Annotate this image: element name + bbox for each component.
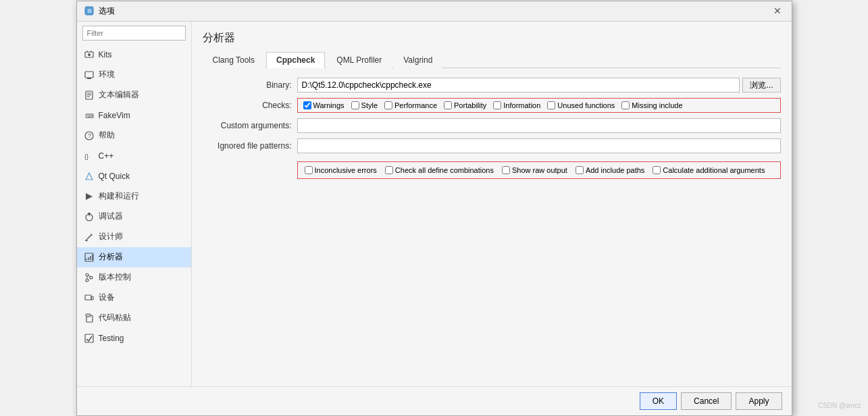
sidebar-item-label-help: 帮助 — [99, 130, 115, 141]
svg-text:?: ? — [88, 132, 91, 139]
check-information[interactable]: Information — [493, 101, 540, 109]
sidebar-item-label-build-run: 构建和运行 — [99, 190, 139, 202]
check-define-combos-input[interactable] — [385, 166, 393, 174]
sidebar-item-devices[interactable]: 设备 — [77, 288, 191, 308]
ignored-patterns-row: Ignored file patterns: — [203, 138, 781, 153]
check-warnings[interactable]: Warnings — [303, 101, 344, 109]
sidebar-item-designer[interactable]: 设计师 — [77, 227, 191, 247]
svg-line-33 — [88, 276, 90, 277]
svg-rect-34 — [85, 295, 91, 300]
check-portability[interactable]: Portability — [444, 101, 486, 109]
sidebar-item-label-text-editor: 文本编辑器 — [99, 89, 139, 101]
env-icon — [84, 70, 95, 80]
sidebar-item-kits[interactable]: Kits — [77, 45, 191, 65]
check-define-combos[interactable]: Check all define combinations — [385, 166, 494, 174]
sidebar-item-testing[interactable]: Testing — [77, 328, 191, 348]
check-additional-args[interactable]: Calculate additional arguments — [653, 166, 765, 174]
ignored-patterns-input[interactable] — [297, 138, 781, 153]
kits-icon — [84, 49, 95, 60]
check-performance-input[interactable] — [384, 101, 392, 109]
sidebar-item-label-debugger: 调试器 — [99, 211, 123, 222]
sidebar-item-label-code-paste: 代码粘贴 — [99, 312, 131, 323]
check-raw-output[interactable]: Show raw output — [502, 166, 567, 174]
testing-icon — [84, 333, 95, 344]
tab-qml-profiler[interactable]: QML Profiler — [326, 52, 392, 68]
tab-cppcheck[interactable]: Cppcheck — [266, 52, 325, 68]
sidebar-item-qt-quick[interactable]: Qt Quick — [77, 166, 191, 186]
apply-button[interactable]: Apply — [736, 392, 782, 410]
sidebar-item-text-editor[interactable]: 文本编辑器 — [77, 85, 191, 105]
sidebar-item-analyzer[interactable]: 分析器 — [77, 247, 191, 267]
svg-text:⌨: ⌨ — [85, 113, 94, 120]
binary-input[interactable] — [297, 78, 740, 93]
check-portability-input[interactable] — [444, 101, 452, 109]
check-additional-args-input[interactable] — [653, 166, 661, 174]
check-unused-functions-input[interactable] — [547, 101, 555, 109]
sidebar-item-build-run[interactable]: 构建和运行 — [77, 186, 191, 207]
fakevim-icon: ⌨ — [84, 110, 95, 121]
binary-row: Binary: 浏览... — [203, 78, 781, 93]
check-warnings-input[interactable] — [303, 101, 311, 109]
sidebar-item-debugger[interactable]: 调试器 — [77, 207, 191, 227]
tab-valgrind[interactable]: Valgrind — [393, 52, 442, 68]
check-inconclusive-input[interactable] — [305, 166, 313, 174]
svg-rect-23 — [85, 240, 88, 241]
main-content: 分析器 Clang Tools Cppcheck QML Profiler Va… — [192, 22, 792, 386]
sidebar-item-label-env: 环境 — [99, 69, 115, 80]
custom-args-input[interactable] — [297, 118, 781, 133]
check-missing-include[interactable]: Missing include — [621, 101, 682, 109]
check-performance[interactable]: Performance — [384, 101, 437, 109]
check-information-input[interactable] — [493, 101, 501, 109]
custom-args-row: Custom arguments: — [203, 118, 781, 133]
sidebar-item-code-paste[interactable]: 代码粘贴 — [77, 308, 191, 328]
debugger-icon — [84, 211, 95, 222]
svg-point-30 — [86, 279, 88, 282]
check-raw-output-input[interactable] — [502, 166, 510, 174]
svg-text:{}: {} — [84, 153, 88, 160]
sidebar-item-label-designer: 设计师 — [99, 231, 123, 242]
check-unused-functions[interactable]: Unused functions — [547, 101, 615, 109]
svg-rect-37 — [86, 314, 91, 317]
sidebar-item-cpp[interactable]: {} C++ — [77, 146, 191, 166]
ok-button[interactable]: OK — [640, 392, 677, 410]
check-include-paths-input[interactable] — [576, 166, 584, 174]
cpp-icon: {} — [84, 151, 95, 161]
ignored-patterns-label: Ignored file patterns: — [203, 141, 297, 151]
checks-row: Checks: Warnings Style Performance — [203, 98, 781, 113]
watermark: CSDN @wncz — [818, 402, 861, 409]
cancel-button[interactable]: Cancel — [681, 392, 732, 410]
check-missing-include-input[interactable] — [621, 101, 630, 109]
sidebar-item-fakevim[interactable]: ⌨ FakeVim — [77, 105, 191, 126]
check-style[interactable]: Style — [351, 101, 378, 109]
svg-marker-17 — [86, 193, 93, 200]
title-bar-left: ⚙ 选项 — [84, 5, 115, 17]
sidebar-item-label-version-control: 版本控制 — [99, 271, 131, 283]
sidebar-item-label-kits: Kits — [99, 50, 112, 59]
browse-button[interactable]: 浏览... — [742, 78, 780, 93]
analyzer-icon — [84, 252, 95, 263]
close-button[interactable]: ✕ — [770, 3, 785, 18]
svg-rect-38 — [85, 334, 93, 342]
dialog-title: 选项 — [99, 5, 115, 17]
tab-bar: Clang Tools Cppcheck QML Profiler Valgri… — [203, 52, 781, 68]
svg-text:⚙: ⚙ — [86, 8, 91, 14]
check-inconclusive[interactable]: Inconclusive errors — [305, 166, 377, 174]
filter-input[interactable] — [82, 26, 186, 41]
title-bar: ⚙ 选项 ✕ — [77, 1, 792, 22]
custom-args-label: Custom arguments: — [203, 121, 297, 130]
check-include-paths[interactable]: Add include paths — [576, 166, 644, 174]
code-paste-icon — [84, 313, 95, 323]
check-style-input[interactable] — [351, 101, 359, 109]
sidebar-item-help[interactable]: ? 帮助 — [77, 126, 191, 146]
sidebar-item-version-control[interactable]: 版本控制 — [77, 267, 191, 288]
svg-rect-24 — [85, 253, 93, 261]
svg-line-21 — [86, 235, 91, 240]
sidebar-item-label-cpp: C++ — [99, 151, 114, 161]
svg-rect-19 — [88, 213, 91, 215]
sidebar-item-env[interactable]: 环境 — [77, 65, 191, 85]
svg-marker-16 — [86, 173, 93, 180]
dialog-footer: OK Cancel Apply — [77, 386, 792, 415]
text-editor-icon — [84, 90, 95, 101]
tab-clang-tools[interactable]: Clang Tools — [203, 52, 265, 68]
sidebar-item-label-devices: 设备 — [99, 292, 115, 303]
